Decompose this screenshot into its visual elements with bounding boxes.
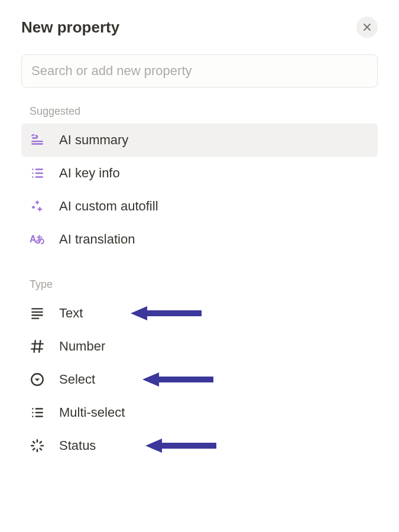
row-select[interactable]: Select [21,363,378,396]
svg-rect-3 [145,310,202,316]
svg-rect-9 [160,443,216,449]
close-button[interactable] [356,17,378,38]
annotation-arrow [131,306,202,320]
row-label: AI summary [59,132,128,148]
row-ai-translation[interactable]: Aあ AI translation [21,223,378,256]
search-input[interactable] [21,54,378,87]
dialog-title: New property [21,18,119,37]
section-label-suggested: Suggested [21,103,378,124]
row-text[interactable]: Text [21,297,378,330]
row-number[interactable]: Number [21,330,378,363]
row-status[interactable]: Status [21,429,378,462]
svg-point-8 [32,416,33,417]
row-label: AI key info [59,166,120,181]
annotation-arrow [142,372,213,387]
ai-sparkle-icon [30,199,50,214]
svg-point-0 [32,168,33,170]
svg-rect-5 [157,377,213,382]
svg-point-7 [32,412,33,413]
row-label: Number [59,339,105,354]
row-label: AI translation [59,232,135,247]
number-icon [30,339,50,354]
dialog-header: New property [21,17,378,38]
text-icon [30,306,50,321]
svg-point-1 [32,173,33,174]
svg-point-2 [32,176,33,177]
row-label: Status [59,438,96,453]
svg-point-6 [32,408,33,409]
annotation-arrow [145,439,216,453]
status-icon [30,438,50,453]
row-multiselect[interactable]: Multi-select [21,396,378,429]
section-label-type: Type [21,276,378,297]
select-icon [30,372,50,387]
row-ai-autofill[interactable]: AI custom autofill [21,190,378,223]
row-label: AI custom autofill [59,199,158,214]
row-ai-keyinfo[interactable]: AI key info [21,157,378,190]
ai-summary-icon [30,132,50,148]
row-label: Select [59,372,95,387]
close-icon [361,21,373,33]
ai-translate-icon: Aあ [30,233,50,246]
row-ai-summary[interactable]: AI summary [21,124,378,157]
multiselect-icon [30,405,50,420]
ai-keyinfo-icon [30,166,50,181]
row-label: Text [59,306,83,321]
row-label: Multi-select [59,405,125,420]
